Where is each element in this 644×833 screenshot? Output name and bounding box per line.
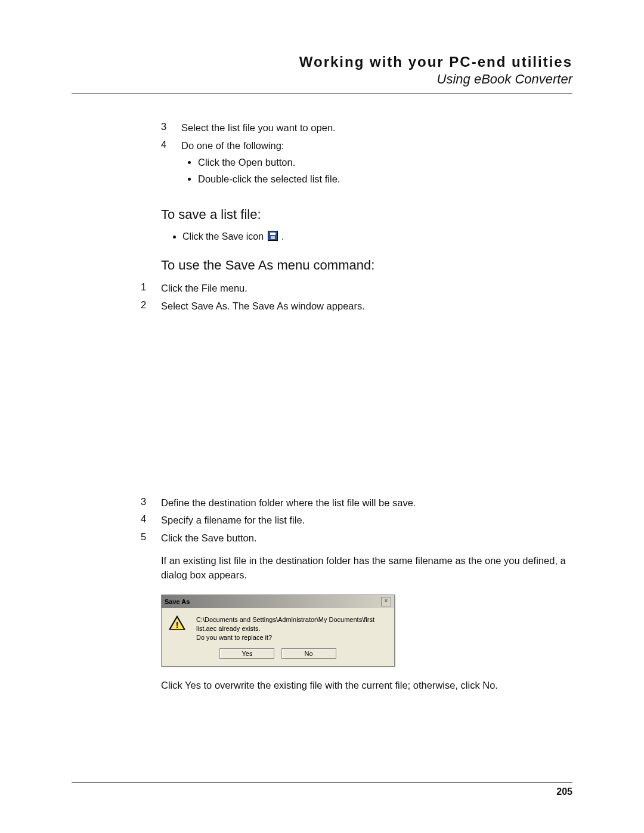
save-bullet-pre: Click the Save icon [182,231,267,241]
save-icon [268,231,278,241]
step-text: Select the list file you want to open. [181,121,572,139]
page-footer: 205 [72,782,572,797]
dialog-message-line1: C:\Documents and Settings\Administrator\… [196,615,387,633]
step-text: Click the File menu. [161,281,552,299]
bullet-item: Click the Save icon . [182,231,572,244]
step-text: Define the destination folder where the … [161,496,552,514]
figure-placeholder-gap [161,317,572,496]
bullet-item: Click the Open button. [198,156,572,172]
paragraph-after-dialog: Click Yes to overwrite the existing file… [161,679,572,693]
step-text: Do one of the following: Click the Open … [181,139,572,194]
section-heading-save: To save a list file: [161,207,572,222]
save-bullets: Click the Save icon . [166,231,572,244]
close-icon[interactable]: × [381,597,391,606]
dialog-title-text: Save As [165,598,190,605]
step-number: 2 [141,299,161,317]
dialog-titlebar: Save As × [162,595,394,608]
paragraph-after-step5: If an existing list file in the destinat… [161,554,572,583]
step-number: 5 [141,531,161,549]
sub-bullets: Click the Open button. Double-click the … [181,156,572,189]
bullet-item: Double-click the selected list file. [198,172,572,189]
step-text-inner: Do one of the following: [181,140,284,151]
step-number: 4 [141,513,161,531]
header-title: Working with your PC-end utilities [72,54,572,70]
no-button[interactable]: No [281,648,336,659]
dialog-message: C:\Documents and Settings\Administrator\… [196,615,387,642]
numbered-list-a: 3 Select the list file you want to open.… [161,121,572,194]
header-subtitle: Using eBook Converter [72,72,572,87]
page-number: 205 [556,786,572,797]
step-text: Select Save As. The Save As window appea… [161,299,552,317]
step-number: 3 [161,121,181,139]
dialog-message-line2: Do you want to replace it? [196,633,387,642]
step-number: 1 [141,281,161,299]
step-text: Specify a filename for the list file. [161,513,552,531]
yes-button[interactable]: Yes [219,648,274,659]
numbered-list-c: 3 Define the destination folder where th… [141,496,552,550]
numbered-list-b: 1 Click the File menu. 2 Select Save As.… [141,281,552,317]
save-bullet-post: . [281,231,284,241]
step-number: 4 [161,139,181,194]
warning-icon: ! [169,615,196,642]
saveas-dialog: Save As × ! C:\Documents and Settings\Ad… [161,594,395,667]
step-text: Click the Save button. [161,531,552,549]
step-number: 3 [141,496,161,514]
page-header: Working with your PC-end utilities Using… [72,54,572,94]
section-heading-saveas: To use the Save As menu command: [161,258,572,273]
